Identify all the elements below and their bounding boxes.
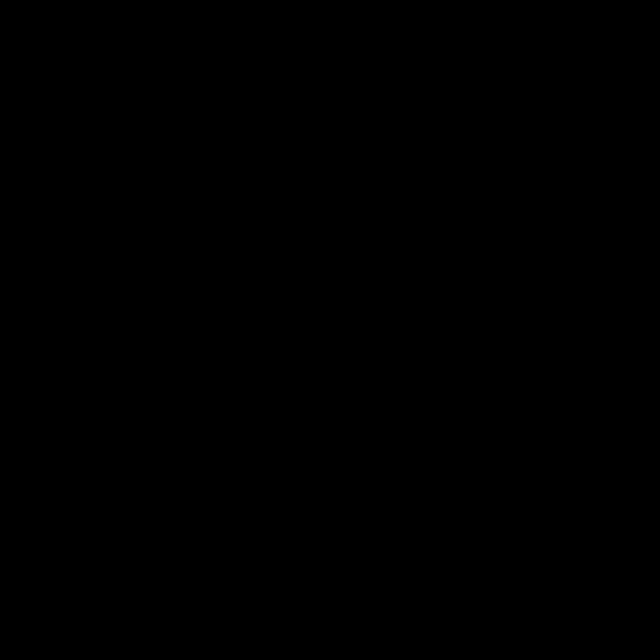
bottleneck-chart bbox=[0, 0, 644, 644]
chart-svg bbox=[0, 0, 644, 644]
